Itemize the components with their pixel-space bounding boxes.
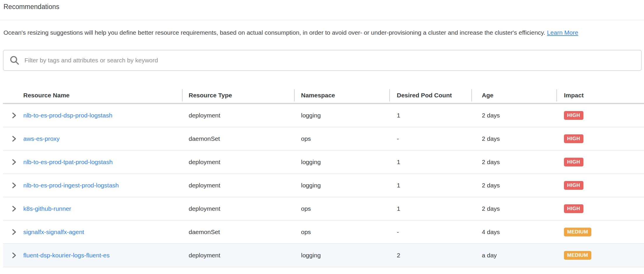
table-header-row: Resource Name Resource Type Namespace De… — [3, 88, 644, 104]
resource-type-cell: deployment — [182, 197, 294, 220]
impact-badge: HIGH — [564, 111, 583, 120]
expand-row-button[interactable] — [10, 252, 18, 259]
age-cell: 2 days — [471, 127, 556, 150]
impact-cell: HIGH — [556, 197, 644, 220]
table-row: nlb-to-es-prod-tpat-prod-logstash deploy… — [3, 151, 644, 174]
expand-row-button[interactable] — [10, 228, 18, 236]
impact-cell: HIGH — [556, 174, 644, 197]
resource-type-cell: deployment — [182, 174, 294, 197]
resource-name-cell: signalfx-signalfx-agent — [23, 221, 182, 243]
expand-cell — [3, 127, 23, 150]
resource-type-cell: deployment — [182, 244, 294, 267]
impact-badge: HIGH — [564, 181, 583, 190]
table-row: nlb-to-es-prod-ingest-prod-logstash depl… — [3, 174, 644, 197]
impact-cell: HIGH — [556, 104, 644, 127]
resource-type-cell: deployment — [182, 104, 294, 127]
expand-cell — [3, 104, 23, 127]
expand-row-button[interactable] — [10, 135, 18, 143]
resource-name-cell: aws-es-proxy — [23, 127, 182, 150]
pod-count-cell: 1 — [389, 174, 471, 197]
expand-cell — [3, 151, 23, 173]
search-icon — [3, 55, 24, 66]
namespace-cell: logging — [294, 151, 389, 173]
chevron-right-icon — [10, 112, 17, 119]
namespace-cell: ops — [294, 127, 389, 150]
resource-name-link[interactable]: nlb-to-es-prod-dsp-prod-logstash — [23, 112, 112, 119]
age-cell: a day — [471, 244, 556, 267]
namespace-cell: logging — [294, 244, 389, 267]
resource-name-cell: nlb-to-es-prod-dsp-prod-logstash — [23, 104, 182, 127]
table-row: fluent-dsp-kourier-logs-fluent-es deploy… — [3, 244, 644, 267]
resource-type-cell: daemonSet — [182, 127, 294, 150]
column-header-impact: Impact — [556, 88, 644, 103]
column-header-resource-type: Resource Type — [182, 88, 294, 103]
age-cell: 2 days — [471, 197, 556, 220]
table-row: aws-es-proxy daemonSet ops - 2 days HIGH — [3, 127, 644, 151]
chevron-right-icon — [10, 205, 17, 212]
expand-cell — [3, 221, 23, 243]
expand-cell — [3, 197, 23, 220]
description-text: Ocean's resizing suggestions will help y… — [3, 29, 545, 36]
chevron-right-icon — [10, 182, 17, 189]
search-input[interactable] — [24, 57, 641, 64]
namespace-cell: ops — [294, 197, 389, 220]
expand-cell — [3, 244, 23, 267]
pod-count-cell: 1 — [389, 197, 471, 220]
page-description: Ocean's resizing suggestions will help y… — [3, 27, 640, 38]
namespace-cell: logging — [294, 174, 389, 197]
impact-badge: HIGH — [564, 158, 583, 166]
resource-name-link[interactable]: k8s-github-runner — [23, 205, 71, 212]
learn-more-link[interactable]: Learn More — [547, 29, 578, 36]
resource-name-cell: nlb-to-es-prod-ingest-prod-logstash — [23, 174, 182, 197]
pod-count-cell: - — [389, 221, 471, 243]
resource-name-link[interactable]: nlb-to-es-prod-ingest-prod-logstash — [23, 182, 119, 189]
expand-row-button[interactable] — [10, 112, 18, 119]
expand-cell — [3, 174, 23, 197]
resource-name-link[interactable]: fluent-dsp-kourier-logs-fluent-es — [23, 252, 109, 259]
impact-badge: MEDIUM — [564, 228, 591, 236]
chevron-right-icon — [10, 252, 17, 259]
impact-badge: MEDIUM — [564, 251, 591, 260]
resource-name-link[interactable]: aws-es-proxy — [23, 135, 60, 142]
resource-name-link[interactable]: nlb-to-es-prod-tpat-prod-logstash — [23, 159, 113, 166]
age-cell: 2 days — [471, 174, 556, 197]
resource-type-cell: deployment — [182, 151, 294, 173]
namespace-cell: ops — [294, 221, 389, 243]
pod-count-cell: 1 — [389, 151, 471, 173]
age-cell: 2 days — [471, 151, 556, 173]
chevron-right-icon — [10, 229, 17, 236]
impact-badge: HIGH — [564, 134, 583, 143]
pod-count-cell: 1 — [389, 104, 471, 127]
title-divider — [0, 20, 644, 20]
pod-count-cell: 2 — [389, 244, 471, 267]
pod-count-cell: - — [389, 127, 471, 150]
chevron-right-icon — [10, 159, 17, 166]
resource-type-cell: daemonSet — [182, 221, 294, 243]
impact-cell: MEDIUM — [556, 221, 644, 243]
expand-row-button[interactable] — [10, 158, 18, 166]
table-row: nlb-to-es-prod-dsp-prod-logstash deploym… — [3, 104, 644, 127]
age-cell: 2 days — [471, 104, 556, 127]
filter-search-box[interactable] — [3, 50, 642, 71]
age-cell: 4 days — [471, 221, 556, 243]
resource-name-link[interactable]: signalfx-signalfx-agent — [23, 229, 84, 236]
expand-row-button[interactable] — [10, 205, 18, 212]
table-body: nlb-to-es-prod-dsp-prod-logstash deploym… — [3, 104, 644, 267]
impact-cell: HIGH — [556, 127, 644, 150]
expand-row-button[interactable] — [10, 182, 18, 189]
chevron-right-icon — [10, 135, 17, 142]
table-row: signalfx-signalfx-agent daemonSet ops - … — [3, 221, 644, 244]
resource-name-cell: fluent-dsp-kourier-logs-fluent-es — [23, 244, 182, 267]
recommendations-table: Resource Name Resource Type Namespace De… — [3, 88, 644, 267]
impact-cell: HIGH — [556, 151, 644, 173]
page-title: Recommendations — [3, 3, 644, 10]
impact-badge: HIGH — [564, 204, 583, 213]
resource-name-cell: k8s-github-runner — [23, 197, 182, 220]
impact-cell: MEDIUM — [556, 244, 644, 267]
recommendations-page: Recommendations Ocean's resizing suggest… — [0, 3, 644, 274]
resource-name-cell: nlb-to-es-prod-tpat-prod-logstash — [23, 151, 182, 173]
namespace-cell: logging — [294, 104, 389, 127]
column-header-namespace: Namespace — [294, 88, 389, 103]
column-header-desired-pod-count: Desired Pod Count — [389, 88, 471, 103]
column-header-resource-name: Resource Name — [3, 88, 182, 103]
